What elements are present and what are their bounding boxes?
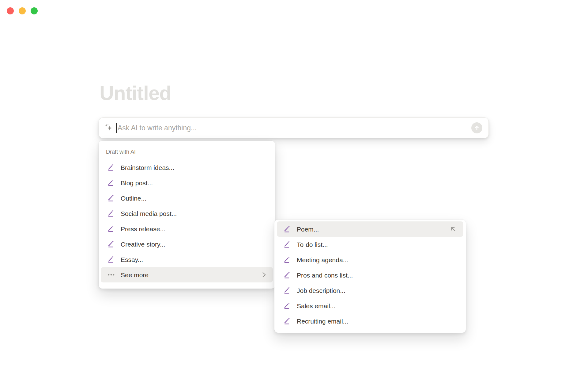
menu-item-label: Press release...: [121, 226, 165, 232]
menu-item-label: Blog post...: [121, 180, 153, 186]
submenu-item-recruiting-email[interactable]: Recruiting email...: [277, 313, 463, 329]
menu-item-label: Outline...: [121, 195, 146, 201]
menu-item-label: Poem...: [297, 226, 319, 232]
pen-icon: [284, 271, 291, 279]
chevron-right-icon: [262, 271, 266, 278]
ellipsis-icon: [108, 271, 115, 278]
arrow-up-icon: [474, 125, 480, 131]
pen-icon: [284, 302, 291, 309]
menu-item-label: Job description...: [297, 287, 345, 294]
ai-sparkle-icon: [104, 123, 113, 132]
page-canvas: Untitled Draft with AI Brainstorm ideas.…: [0, 0, 588, 368]
menu-item-label: Creative story...: [121, 241, 165, 247]
close-window-button[interactable]: [7, 7, 14, 14]
text-caret: [116, 123, 117, 133]
pen-icon: [108, 256, 115, 263]
submenu-item-pros-and-cons-list[interactable]: Pros and cons list...: [277, 267, 463, 283]
pen-icon: [284, 287, 291, 294]
menu-item-essay[interactable]: Essay...: [101, 252, 273, 267]
menu-item-label: Recruiting email...: [297, 318, 348, 324]
menu-item-label: Social media post...: [121, 210, 177, 217]
minimize-window-button[interactable]: [19, 7, 26, 14]
ai-prompt-input[interactable]: [118, 124, 471, 132]
menu-item-label: Sales email...: [297, 303, 335, 309]
pen-icon: [108, 210, 115, 217]
submenu-item-poem[interactable]: Poem...: [277, 221, 463, 237]
submenu-item-todo-list[interactable]: To-do list...: [277, 237, 463, 252]
pen-icon: [108, 240, 115, 248]
arrow-up-left-icon: [450, 226, 457, 232]
menu-item-press-release[interactable]: Press release...: [101, 221, 273, 236]
zoom-window-button[interactable]: [31, 7, 38, 14]
pen-icon: [284, 317, 291, 325]
see-more-submenu: Poem... To-do list... Meeting agenda... …: [274, 220, 466, 333]
submit-prompt-button[interactable]: [471, 122, 482, 133]
menu-item-blog-post[interactable]: Blog post...: [101, 175, 273, 190]
menu-header: Draft with AI: [101, 147, 273, 157]
menu-item-label: See more: [121, 272, 149, 278]
menu-item-label: Essay...: [121, 256, 143, 263]
window-controls: [7, 7, 38, 14]
pen-icon: [284, 241, 291, 248]
ai-prompt-bar[interactable]: [99, 117, 489, 138]
menu-item-see-more[interactable]: See more: [101, 267, 273, 282]
menu-item-label: To-do list...: [297, 241, 328, 248]
menu-item-creative-story[interactable]: Creative story...: [101, 236, 273, 252]
menu-item-brainstorm-ideas[interactable]: Brainstorm ideas...: [101, 160, 273, 175]
submenu-item-meeting-agenda[interactable]: Meeting agenda...: [277, 252, 463, 267]
menu-item-label: Meeting agenda...: [297, 257, 348, 263]
submenu-item-sales-email[interactable]: Sales email...: [277, 298, 463, 313]
pen-icon: [108, 225, 115, 232]
pen-icon: [108, 194, 115, 202]
menu-item-label: Pros and cons list...: [297, 272, 353, 278]
submenu-item-job-description[interactable]: Job description...: [277, 283, 463, 298]
pen-icon: [108, 179, 115, 186]
pen-icon: [108, 164, 115, 171]
pen-icon: [284, 256, 291, 263]
menu-item-label: Brainstorm ideas...: [121, 164, 174, 171]
menu-item-social-media-post[interactable]: Social media post...: [101, 206, 273, 221]
draft-with-ai-menu: Draft with AI Brainstorm ideas... Blog p…: [99, 141, 275, 289]
menu-item-outline[interactable]: Outline...: [101, 190, 273, 206]
pen-icon: [284, 225, 291, 233]
page-title-input[interactable]: Untitled: [100, 82, 171, 104]
